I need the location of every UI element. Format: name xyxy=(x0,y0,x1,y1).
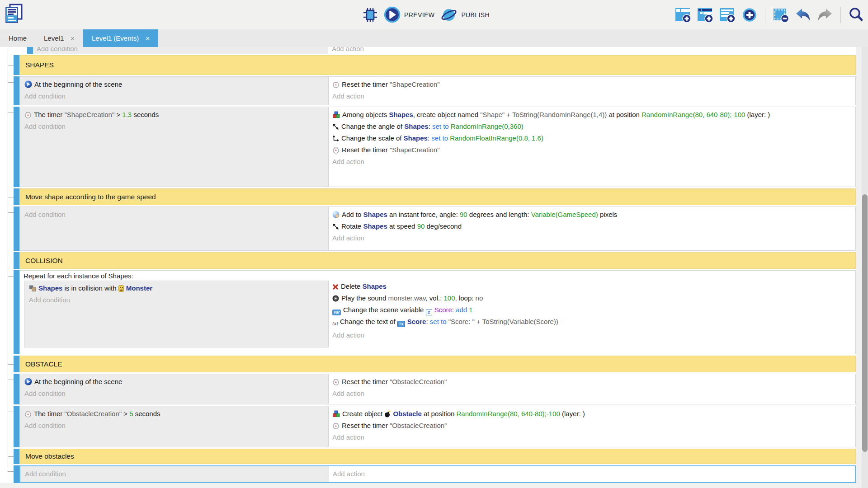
create-objects-icon xyxy=(332,410,340,418)
tab-close-icon[interactable]: × xyxy=(146,34,150,42)
action-line[interactable]: Reset the timer "ShapeCreation" xyxy=(329,144,853,156)
event-drag-handle[interactable] xyxy=(14,206,19,251)
add-circle-button[interactable] xyxy=(741,6,759,24)
tab-level1[interactable]: Level1× xyxy=(35,29,83,47)
group-label: OBSTACLE xyxy=(25,360,62,368)
event-tree-rail xyxy=(0,206,14,251)
text-segment: Add action xyxy=(332,158,364,165)
event-drag-handle[interactable] xyxy=(14,107,19,187)
project-manager-icon[interactable] xyxy=(4,3,24,25)
condition-line[interactable]: The timer "ObstacleCreation" > 5 seconds xyxy=(20,408,328,420)
group-header-move-obstacles[interactable]: Move obstacles xyxy=(19,449,856,464)
event-row: The timer "ShapeCreation" > 1.3 secondsA… xyxy=(0,107,856,187)
foreach-header[interactable]: Repeat for each instance of Shapes: xyxy=(20,271,855,281)
tab-home[interactable]: Home xyxy=(0,29,35,47)
action-line[interactable]: VarChange the scene variable zScore: add… xyxy=(329,304,853,316)
action-line[interactable]: Change the angle of Shapes: set to Rando… xyxy=(329,121,853,132)
event-drag-handle[interactable] xyxy=(14,252,19,269)
text-segment: Among objects xyxy=(342,111,389,118)
event-drag-handle[interactable] xyxy=(14,449,19,464)
action-line[interactable]: Rotate Shapes at speed 90 deg/second xyxy=(329,221,853,232)
group-header-shapes[interactable]: SHAPES xyxy=(19,55,856,75)
conditions-column: Shapes is in collision with MonsterAdd c… xyxy=(24,281,329,347)
text-segment: pixels xyxy=(598,211,618,218)
text-segment: Change the text of xyxy=(340,318,397,325)
event-drag-handle[interactable] xyxy=(14,76,19,105)
text-segment: "ShapeCreation" xyxy=(65,111,115,118)
action-line[interactable]: Reset the timer "ObstacleCreation" xyxy=(329,376,853,388)
text-segment: deg/second xyxy=(425,222,462,230)
add-action-button[interactable]: Add action xyxy=(329,388,853,399)
condition-line[interactable]: Shapes is in collision with Monster xyxy=(24,282,328,294)
add-action-button[interactable]: Add action xyxy=(329,156,853,168)
tree-connector xyxy=(8,82,14,83)
tab-level1-events[interactable]: Level1 (Events)× xyxy=(83,29,158,47)
event-drag-handle[interactable] xyxy=(14,55,19,75)
event-drag-handle[interactable] xyxy=(14,270,19,354)
action-line[interactable]: Play the sound monster.wav, vol.: 100, l… xyxy=(329,292,853,304)
text-segment: "ShapeCreation" xyxy=(390,80,440,88)
vertical-scrollbar-thumb[interactable] xyxy=(862,194,868,452)
debugger-button[interactable] xyxy=(362,6,379,23)
toolbar-separator xyxy=(840,7,841,23)
text-segment: set to xyxy=(431,134,450,142)
action-line[interactable]: Delete Shapes xyxy=(329,281,853,292)
action-line[interactable]: Create object Obstacle at position Rando… xyxy=(329,408,853,420)
add-condition-button[interactable]: Add condition xyxy=(24,294,328,306)
gdevelop-window: PREVIEW PUBLISH xyxy=(0,0,868,488)
add-condition-button[interactable]: Add condition xyxy=(20,388,328,399)
event-drag-handle[interactable] xyxy=(14,406,19,447)
add-action-button[interactable]: Add action xyxy=(329,90,853,102)
text-segment: Add action xyxy=(332,234,364,242)
event-drag-handle[interactable] xyxy=(14,188,19,205)
redo-button[interactable] xyxy=(816,6,834,23)
group-header-collision[interactable]: COLLISION xyxy=(19,252,856,269)
action-line[interactable]: txtChange the text of TxScore: set to "S… xyxy=(329,316,853,329)
add-condition-button[interactable]: Add condition xyxy=(20,209,328,221)
add-action-button[interactable]: Add action xyxy=(329,329,853,341)
add-action-button[interactable]: Add action xyxy=(329,468,852,480)
condition-line[interactable]: At the beginning of the scene xyxy=(20,376,328,388)
add-action-button[interactable]: Add action xyxy=(329,232,853,244)
action-line[interactable]: Reset the timer "ShapeCreation" xyxy=(329,79,853,90)
vertical-scrollbar-track[interactable] xyxy=(862,47,868,488)
add-condition-button[interactable]: Add condition xyxy=(20,468,329,480)
scale-icon xyxy=(332,135,339,142)
preview-button[interactable]: PREVIEW xyxy=(383,5,435,24)
group-header-move-shape-according-to-the-game-speed[interactable]: Move shape according to the game speed xyxy=(19,188,856,205)
text-segment: Add condition xyxy=(37,47,78,52)
event-drag-handle[interactable] xyxy=(27,47,33,54)
condition-line[interactable]: The timer "ShapeCreation" > 1.3 seconds xyxy=(20,109,328,121)
search-button[interactable] xyxy=(847,6,865,24)
group-header-obstacle[interactable]: OBSTACLE xyxy=(19,356,856,372)
action-line[interactable]: Reset the timer "ObstacleCreation" xyxy=(329,420,853,432)
publish-button[interactable]: PUBLISH xyxy=(439,6,491,24)
action-line[interactable]: Change the scale of Shapes: set to Rando… xyxy=(329,132,853,144)
event-drag-handle[interactable] xyxy=(14,465,19,483)
add-condition-button[interactable]: Add condition xyxy=(20,420,328,432)
text-segment: Add condition xyxy=(24,422,66,429)
add-event-button[interactable] xyxy=(674,6,692,24)
undo-button[interactable] xyxy=(794,6,812,23)
text-segment: Shapes xyxy=(389,111,413,118)
actions-column: Reset the timer "ShapeCreation"Add actio… xyxy=(329,77,855,105)
add-action-button[interactable]: Add action xyxy=(329,432,853,443)
project-manager-glyph xyxy=(4,3,24,25)
text-segment: (layer: ) xyxy=(745,111,770,118)
remove-event-button[interactable] xyxy=(772,6,790,24)
add-condition-button[interactable]: Add condition xyxy=(33,47,328,54)
tab-close-icon[interactable]: × xyxy=(71,34,75,42)
event-drag-handle[interactable] xyxy=(14,356,19,372)
text-segment: Shapes xyxy=(404,122,428,130)
condition-line[interactable]: At the beginning of the scene xyxy=(20,79,328,90)
add-condition-button[interactable]: Add condition xyxy=(20,121,328,132)
action-line[interactable]: Among objects Shapes, create object name… xyxy=(329,109,853,121)
event-drag-handle[interactable] xyxy=(14,374,19,404)
add-action-button[interactable]: Add action xyxy=(328,47,856,54)
actions-column: Among objects Shapes, create object name… xyxy=(329,107,855,187)
add-subevent-button[interactable] xyxy=(696,6,714,24)
action-line[interactable]: Add to Shapes an instant force, angle: 9… xyxy=(329,209,853,221)
scene-begin-icon xyxy=(24,80,32,88)
add-condition-button[interactable]: Add condition xyxy=(20,90,328,102)
add-comment-button[interactable] xyxy=(718,6,736,24)
